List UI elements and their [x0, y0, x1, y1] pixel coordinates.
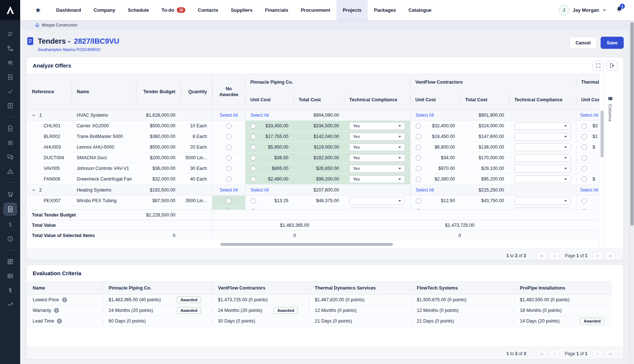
open-side-panel-button[interactable]: [606, 61, 617, 70]
cancel-button[interactable]: Cancel: [569, 37, 597, 49]
nav-item-suppliers[interactable]: Suppliers: [225, 0, 259, 20]
unit-cost-radio[interactable]: [582, 155, 587, 161]
unit-cost-radio[interactable]: [251, 166, 256, 171]
technical-compliance-select[interactable]: [514, 154, 571, 162]
column-header-quantity[interactable]: Quantity: [181, 74, 212, 109]
unit-cost-radio[interactable]: [582, 145, 587, 150]
column-header-flowtech-systems[interactable]: FlowTech Systems: [411, 282, 514, 294]
technical-compliance-select[interactable]: Yes: [349, 175, 405, 183]
column-header-propipe-installations[interactable]: ProPipe Installations: [514, 282, 612, 294]
column-header-no-awardee[interactable]: No Awardee: [212, 74, 245, 109]
no-awardee-radio[interactable]: [226, 198, 232, 204]
sidebar-item-grid[interactable]: [3, 256, 17, 267]
sidebar-item-document[interactable]: [3, 71, 17, 83]
expand-panel-button[interactable]: [593, 61, 604, 70]
select-all-link[interactable]: Select All: [220, 188, 238, 193]
sidebar-item-trend[interactable]: [3, 299, 17, 310]
nav-item-schedule[interactable]: Schedule: [121, 0, 155, 20]
column-header-name[interactable]: Name: [72, 74, 136, 109]
technical-compliance-select[interactable]: [514, 197, 571, 205]
technical-compliance-select[interactable]: [514, 133, 571, 141]
select-all-link[interactable]: Select All: [580, 113, 598, 118]
technical-compliance-select[interactable]: [349, 197, 405, 205]
select-all-link[interactable]: Select All: [251, 188, 269, 193]
sidebar-item-list[interactable]: [3, 28, 17, 40]
select-all-link[interactable]: Select All: [251, 113, 269, 118]
pagination-first-button[interactable]: |<: [537, 349, 547, 358]
sidebar-item-file-upload[interactable]: [3, 100, 17, 111]
unit-cost-radio[interactable]: [582, 123, 587, 129]
nav-item-catalogue[interactable]: Catalogue: [402, 0, 438, 20]
column-header-tender-budget[interactable]: Tender Budget: [136, 74, 181, 109]
sidebar-item-check[interactable]: [3, 85, 17, 97]
select-all-link[interactable]: Select All: [220, 113, 238, 118]
sidebar-item-users[interactable]: [3, 57, 17, 68]
breadcrumb[interactable]: Morgan Construction: [20, 20, 634, 29]
unit-cost-radio[interactable]: [582, 134, 587, 139]
nav-item-packages[interactable]: Packages: [368, 0, 402, 20]
pagination-prev-button[interactable]: <: [550, 349, 560, 358]
sidebar-item-cart[interactable]: [3, 188, 17, 200]
no-awardee-radio[interactable]: [226, 155, 232, 161]
nav-item-procurement[interactable]: Procurement: [295, 0, 336, 20]
column-header-thermal-dynamics-services[interactable]: Thermal Dynamics Services: [309, 282, 411, 294]
unit-cost-radio[interactable]: [416, 155, 421, 161]
sidebar-item-table[interactable]: [3, 270, 17, 281]
app-logo[interactable]: [0, 0, 20, 20]
unit-cost-radio[interactable]: [416, 176, 421, 182]
unit-cost-radio[interactable]: [416, 198, 421, 204]
project-subtitle-link[interactable]: Southampton Marina P/2024/M032: [38, 47, 119, 52]
select-all-link[interactable]: Select All: [580, 188, 598, 193]
unit-cost-radio[interactable]: [416, 134, 421, 139]
info-icon[interactable]: i: [54, 308, 59, 313]
technical-compliance-select[interactable]: [514, 175, 571, 183]
sidebar-item-warning[interactable]: [3, 165, 17, 177]
column-header-pinnacle-piping-co-technical-compliance[interactable]: Technical Compliance: [344, 90, 410, 109]
favorites-star-icon[interactable]: ★: [35, 6, 41, 14]
no-awardee-radio[interactable]: [226, 166, 232, 171]
unit-cost-radio[interactable]: [582, 198, 587, 204]
technical-compliance-select[interactable]: [349, 208, 405, 210]
technical-compliance-select[interactable]: [514, 143, 571, 151]
sidebar-item-file[interactable]: [3, 123, 17, 134]
info-icon[interactable]: i: [62, 297, 67, 302]
unit-cost-radio[interactable]: [416, 145, 421, 150]
select-all-link[interactable]: Select All: [416, 188, 434, 193]
pagination-last-button[interactable]: >|: [605, 349, 615, 358]
save-button[interactable]: Save: [601, 37, 624, 49]
nav-item-projects[interactable]: Projects: [336, 0, 368, 20]
column-header-pinnacle-piping-co-unit-cost[interactable]: Unit Cost: [245, 90, 294, 109]
pagination-next-button[interactable]: >: [593, 251, 602, 260]
nav-item-contacts[interactable]: Contacts: [192, 0, 225, 20]
notifications-button[interactable]: 1: [616, 6, 623, 15]
unit-cost-radio[interactable]: [251, 176, 256, 182]
avatar[interactable]: J: [558, 5, 569, 16]
column-header-pinnacle-piping-co-total-cost[interactable]: Total Cost: [294, 90, 344, 109]
technical-compliance-select[interactable]: [514, 122, 571, 130]
no-awardee-radio[interactable]: [226, 209, 232, 210]
sidebar-item-chat[interactable]: [3, 151, 17, 163]
column-header-thermal-dynamics-services-unit-cost[interactable]: Unit Cost: [576, 90, 599, 109]
pagination-prev-button[interactable]: <: [550, 251, 560, 260]
technical-compliance-select[interactable]: Yes: [349, 133, 405, 141]
unit-cost-radio[interactable]: [251, 145, 256, 150]
pagination-first-button[interactable]: |<: [537, 251, 547, 260]
unit-cost-radio[interactable]: [251, 155, 256, 161]
columns-side-tab[interactable]: Columns: [604, 74, 616, 248]
column-header-ventflow-contractors-unit-cost[interactable]: Unit Cost: [410, 90, 460, 109]
nav-item-to-do[interactable]: To-do10: [155, 0, 192, 20]
sidebar-item-rows[interactable]: [3, 137, 17, 148]
technical-compliance-select[interactable]: Yes: [349, 154, 405, 162]
no-awardee-radio[interactable]: [226, 145, 232, 150]
pagination-next-button[interactable]: >: [593, 349, 602, 358]
vertical-scrollbar-thumb[interactable]: [601, 110, 604, 157]
user-name[interactable]: Jay Morgan: [573, 7, 599, 13]
unit-cost-radio[interactable]: [251, 209, 256, 210]
unit-cost-radio[interactable]: [251, 134, 256, 139]
unit-cost-radio[interactable]: [582, 166, 587, 171]
info-icon[interactable]: i: [57, 318, 62, 324]
unit-cost-radio[interactable]: [416, 166, 421, 171]
column-header-name[interactable]: Name: [27, 282, 103, 294]
chevron-down-icon[interactable]: [602, 8, 606, 12]
window-scrollbar-thumb[interactable]: [630, 22, 634, 226]
